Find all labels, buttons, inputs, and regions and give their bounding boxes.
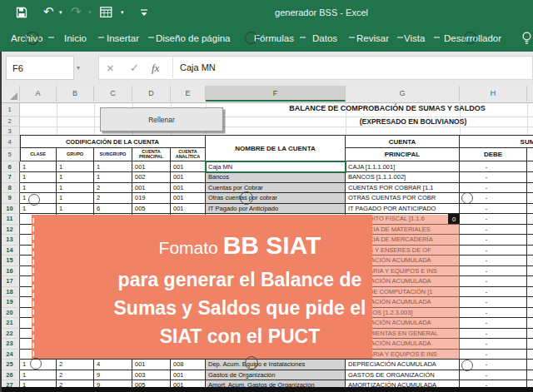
cell-C26[interactable]: 9	[94, 370, 132, 381]
cell-D9[interactable]: 019	[132, 193, 171, 204]
cell-I21[interactable]	[527, 318, 533, 329]
header-subgrupo[interactable]: SUBGRUPO	[94, 148, 132, 161]
cell-I14[interactable]	[527, 246, 533, 256]
header-grupo[interactable]: GRUPO	[57, 148, 94, 161]
cell-F8[interactable]: Cuentas por Cobrar	[206, 183, 346, 194]
cell-I9[interactable]	[527, 193, 533, 204]
header-nombre-cuenta[interactable]: NOMBRE DE LA CUENTA	[206, 136, 346, 161]
cell-H12[interactable]: -	[460, 225, 527, 236]
cell-I8[interactable]	[527, 183, 533, 194]
cell-D25[interactable]: 001	[132, 360, 171, 370]
cell-B10[interactable]: 1	[57, 204, 94, 215]
row-header-11[interactable]: 11	[0, 214, 20, 225]
header-cuenta_analitica[interactable]: CUENTAANALÍTICA	[171, 148, 206, 161]
cell-I20[interactable]	[527, 308, 533, 319]
header-sumas[interactable]: SUMAS	[460, 136, 533, 148]
row-header-6[interactable]: 6	[0, 161, 20, 172]
row-header-1[interactable]: 1	[0, 103, 20, 117]
cell-H13[interactable]: -	[460, 235, 527, 246]
row-header-2[interactable]: 2	[0, 117, 20, 127]
cell-F25[interactable]: Dep. Acum. Equipo e Instalaciones	[206, 360, 346, 370]
cell-I11[interactable]	[527, 214, 533, 225]
cell-A6[interactable]: 1	[20, 161, 57, 172]
cell-C10[interactable]: 6	[94, 204, 132, 215]
cell-G7[interactable]: BANCOS [1.1.1.002]	[346, 172, 460, 183]
header-cuenta_principal[interactable]: CUENTAPRINCIPAL	[132, 148, 171, 161]
cell-H22[interactable]: -	[460, 329, 527, 340]
cell-H14[interactable]: -	[460, 246, 527, 256]
cell-I25[interactable]	[527, 360, 533, 370]
row-header-3[interactable]: 3	[0, 127, 20, 136]
cell-E8[interactable]: 001	[171, 183, 206, 194]
cell-H17[interactable]: -	[460, 276, 527, 287]
cell-H18[interactable]: -	[460, 287, 527, 298]
row-header-8[interactable]: 8	[0, 183, 20, 194]
cell-H7[interactable]: -	[460, 172, 527, 183]
row-header-24[interactable]: 24	[0, 350, 20, 360]
cell-H24[interactable]: -	[460, 350, 527, 360]
cell-E26[interactable]: 001	[171, 370, 206, 381]
cell-F10[interactable]: IT Pagado por Anticipado	[206, 204, 346, 215]
cell-H10[interactable]: -	[460, 204, 527, 215]
row-header-18[interactable]: 18	[0, 287, 20, 298]
cell-E6[interactable]: 001	[171, 161, 206, 172]
row-header-15[interactable]: 15	[0, 256, 20, 266]
cell-A10[interactable]: 1	[20, 204, 57, 215]
row-header-4[interactable]: 4	[0, 136, 20, 148]
cell-C9[interactable]: 2	[94, 193, 132, 204]
cell-G6[interactable]: CAJA [1.1.1.001]	[346, 161, 460, 172]
cell-I26[interactable]	[527, 370, 533, 381]
row-header-21[interactable]: 21	[0, 318, 20, 329]
cell-I13[interactable]	[527, 235, 533, 246]
cell-B8[interactable]: 1	[57, 183, 94, 194]
row-header-19[interactable]: 19	[0, 297, 20, 308]
cell-B6[interactable]: 1	[57, 161, 94, 172]
header-debe[interactable]: DEBE	[460, 148, 527, 161]
cell-B26[interactable]: 2	[57, 370, 94, 381]
cell-A26[interactable]: 1	[20, 370, 57, 381]
cell-H8[interactable]: -	[460, 183, 527, 194]
cell-D10[interactable]: 005	[132, 204, 171, 215]
cell-C8[interactable]: 2	[94, 183, 132, 194]
cell-B25[interactable]: 2	[57, 360, 94, 370]
cell-I19[interactable]	[527, 297, 533, 308]
header-cuenta[interactable]: CUENTA	[346, 136, 460, 148]
cell-D6[interactable]: 001	[132, 161, 171, 172]
cell-I12[interactable]	[527, 225, 533, 236]
cell-H23[interactable]: -	[460, 339, 527, 350]
row-header-22[interactable]: 22	[0, 329, 20, 340]
row-header-10[interactable]: 10	[0, 204, 20, 215]
row-header-13[interactable]: 13	[0, 235, 20, 246]
cell-G26[interactable]: GASTOS DE ORGANIZACIÓN	[346, 370, 460, 381]
row-header-20[interactable]: 20	[0, 308, 20, 319]
row-header-17[interactable]: 17	[0, 276, 20, 287]
cell-I10[interactable]	[527, 204, 533, 215]
cell-D7[interactable]: 002	[132, 172, 171, 183]
cell-A7[interactable]: 1	[20, 172, 57, 183]
row-header-5[interactable]: 5	[0, 148, 20, 161]
cell-I24[interactable]	[527, 350, 533, 360]
cell-F26[interactable]: Gastos de Organización	[206, 370, 346, 381]
rellenar-button[interactable]: Rellenar	[100, 107, 223, 131]
cell-D26[interactable]: 003	[132, 370, 171, 381]
cell-A8[interactable]: 1	[20, 183, 57, 194]
cell-C6[interactable]: 1	[94, 161, 132, 172]
cell-E25[interactable]: 008	[171, 360, 206, 370]
row-header-25[interactable]: 25	[0, 360, 20, 370]
cell-H16[interactable]: -	[460, 266, 527, 277]
cell-I18[interactable]	[527, 287, 533, 298]
header-clase[interactable]: CLASE	[20, 148, 57, 161]
cell-I15[interactable]	[527, 256, 533, 266]
cell-I16[interactable]	[527, 266, 533, 277]
header-codificacion[interactable]: CODIFICACIÓN DE LA CUENTA	[20, 136, 206, 148]
cell-D8[interactable]: 001	[132, 183, 171, 194]
cell-H21[interactable]: -	[460, 318, 527, 329]
row-header-16[interactable]: 16	[0, 266, 20, 277]
cell-I7[interactable]	[527, 172, 533, 183]
cell-G9[interactable]: OTRAS CUENTAS POR COBR	[346, 193, 460, 204]
cell-I22[interactable]	[527, 329, 533, 340]
cell-E7[interactable]: 001	[171, 172, 206, 183]
cell-C25[interactable]: 4	[94, 360, 132, 370]
row-header-26[interactable]: 26	[0, 370, 20, 381]
cell-H11[interactable]: -	[460, 214, 527, 225]
